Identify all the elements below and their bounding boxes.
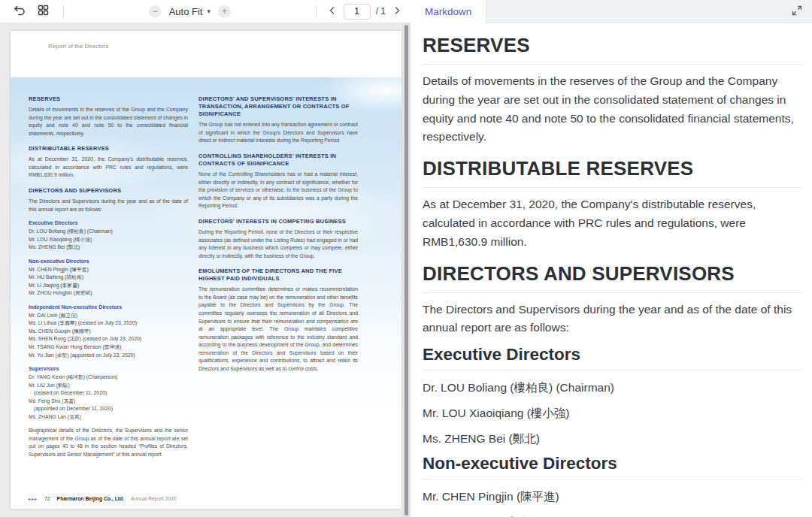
undo-back-button[interactable] bbox=[11, 3, 27, 20]
pdf-paragraph: The remuneration committee determines or… bbox=[198, 286, 358, 373]
markdown-tabbar: Markdown bbox=[411, 0, 812, 23]
zoom-controls: − Auto Fit ▾ + bbox=[149, 5, 231, 18]
pdf-section-heading: DIRECTORS AND SUPERVISORS bbox=[29, 187, 188, 195]
md-director-name: Mr. LOU Xiaoiqiang (樓小強) bbox=[423, 405, 801, 422]
pdf-paragraph: The Group has not entered into any trans… bbox=[198, 121, 358, 145]
previous-page-button[interactable] bbox=[326, 5, 338, 17]
pdf-subheading: Independent Non-executive Directors bbox=[29, 304, 188, 310]
pdf-viewer-panel: − Auto Fit ▾ + / 1 bbox=[0, 0, 411, 517]
director-name: Mr. LI Jiaqing (李家慶) bbox=[29, 282, 188, 290]
chevron-right-icon bbox=[392, 6, 401, 17]
pdf-paragraph: As at December 31, 2020, the Company's d… bbox=[29, 156, 188, 180]
markdown-content: RESERVES Details of movements in the res… bbox=[411, 23, 812, 517]
director-name: Mr. CHEN Pingjin (陳平進) bbox=[29, 266, 188, 274]
director-name: Dr. LOU Boliang (樓柏良) (Chairman) bbox=[29, 228, 188, 236]
app-window: − Auto Fit ▾ + / 1 bbox=[0, 0, 812, 517]
undo-icon bbox=[13, 4, 26, 19]
pdf-paragraph: Details of movements in the reserves of … bbox=[29, 106, 188, 138]
md-director-name: Ms. ZHENG Bei (鄭北) bbox=[423, 431, 801, 447]
footer-report-title: Annual Report 2020 bbox=[131, 496, 176, 501]
pdf-section-heading: EMOLUMENTS OF THE DIRECTORS AND THE FIVE… bbox=[198, 268, 358, 283]
md-paragraph: The Directors and Supervisors during the… bbox=[423, 301, 801, 338]
md-paragraph: Details of movements in the reserves of … bbox=[423, 72, 801, 147]
director-name: Mr. TSANG Kwan Hung Benson (曾坤浦) bbox=[29, 343, 188, 352]
director-name: Ms. SHEN Rong (沈蓉) (ceased on July 23, 2… bbox=[29, 335, 188, 343]
toolbar-divider-right bbox=[316, 5, 317, 17]
thumbnail-grid-button[interactable] bbox=[35, 3, 51, 20]
director-name: Mr. ZHOU Hongbin (周宏斌) bbox=[29, 289, 188, 298]
page-navigation: / 1 bbox=[311, 4, 403, 20]
pdf-column-left: RESERVES Details of movements in the res… bbox=[29, 95, 188, 461]
supervisor-note: (ceased on December 11, 2020) bbox=[29, 389, 188, 398]
pdf-column-right: DIRECTORS' AND SUPERVISORS' INTERESTS IN… bbox=[198, 95, 358, 461]
supervisor-name: Mr. LIU Jun (劉駿) bbox=[29, 382, 188, 390]
pdf-paragraph: Biographical details of the Directors, t… bbox=[29, 427, 188, 458]
md-director-name: Mr. CHEN Pingjin (陳平進) bbox=[423, 488, 801, 505]
md-heading-distributable-reserves: DISTRIBUTABLE RESERVES bbox=[423, 157, 801, 188]
pdf-running-header: Report of the Directors bbox=[48, 43, 108, 50]
director-name: Ms. CHEN Guoqin (陳國琴) bbox=[29, 328, 188, 336]
pdf-toolbar: − Auto Fit ▾ + / 1 bbox=[0, 0, 411, 23]
director-name: Mr. Yu Jian (余堅) (appointed on July 23, … bbox=[29, 352, 188, 360]
md-paragraph: As at December 31, 2020, the Company's d… bbox=[423, 195, 801, 251]
director-name: Ms. ZHENG Bei (鄭北) bbox=[29, 243, 188, 252]
pdf-scrollbar[interactable] bbox=[402, 23, 411, 517]
supervisor-name: Ms. ZHANG Lan (張嵐) bbox=[29, 413, 188, 422]
director-name: Mr. HU Baifeng (胡柏風) bbox=[29, 274, 188, 282]
toolbar-divider-left bbox=[63, 5, 64, 17]
page-number-input[interactable] bbox=[344, 4, 371, 20]
chevron-down-icon: ▾ bbox=[207, 8, 211, 15]
director-name: Mr. DAI Lixin (戴立信) bbox=[29, 312, 188, 320]
md-heading-non-executive-directors: Non-executive Directors bbox=[423, 454, 801, 479]
markdown-panel: Markdown RESERVES Details of movements i… bbox=[411, 0, 812, 517]
md-director-name: Mr. HU Baifeng (胡柏風) bbox=[423, 514, 801, 517]
supervisor-name: Ms. Feng Shu (馮書) bbox=[29, 398, 188, 406]
pdf-section-heading: CONTROLLING SHAREHOLDERS' INTERESTS IN C… bbox=[198, 153, 358, 168]
pdf-viewer-canvas: Report of the Directors RESERVES Details… bbox=[0, 23, 411, 517]
pdf-section-heading: DIRECTORS' AND SUPERVISORS' INTERESTS IN… bbox=[198, 95, 358, 118]
pdf-section-heading: DISTRIBUTABLE RESERVES bbox=[29, 145, 188, 153]
pdf-scrollbar-thumb[interactable] bbox=[404, 25, 408, 515]
pdf-paragraph: During the Reporting Period, none of the… bbox=[198, 228, 358, 260]
expand-button[interactable] bbox=[791, 5, 803, 19]
pdf-paragraph: None of the Controlling Shareholders has… bbox=[198, 171, 358, 210]
footer-company-name: Pharmaron Beijing Co., Ltd. bbox=[57, 496, 125, 501]
md-heading-directors-supervisors: DIRECTORS AND SUPERVISORS bbox=[423, 262, 801, 293]
zoom-mode-label: Auto Fit bbox=[169, 6, 203, 17]
pdf-columns: RESERVES Details of movements in the res… bbox=[29, 95, 368, 461]
pdf-subheading: Supervisors bbox=[29, 366, 188, 371]
footer-page-number: 72 bbox=[44, 496, 50, 501]
md-heading-executive-directors: Executive Directors bbox=[423, 345, 801, 370]
supervisor-name: Dr. YANG Kexin (楊珂新) (Chairperson) bbox=[29, 373, 188, 382]
pdf-page-footer: ▸▸▸ 72 Pharmaron Beijing Co., Ltd. Annua… bbox=[29, 496, 177, 501]
grid-icon bbox=[37, 4, 50, 19]
pdf-section-heading: RESERVES bbox=[29, 95, 188, 103]
fullscreen-expand-icon bbox=[791, 5, 803, 19]
director-name: Mr. LOU Xiaoqiang (樓小強) bbox=[29, 236, 188, 244]
md-director-name: Dr. LOU Boliang (樓柏良) (Chairman) bbox=[423, 379, 801, 396]
supervisor-note: (appointed on December 11, 2020) bbox=[29, 405, 188, 413]
zoom-in-button[interactable]: + bbox=[218, 5, 231, 18]
page-total-label: / 1 bbox=[376, 6, 386, 17]
pdf-subheading: Executive Directors bbox=[29, 220, 188, 225]
chevron-left-icon bbox=[328, 6, 337, 17]
toolbar-left-group bbox=[11, 3, 68, 20]
tab-markdown[interactable]: Markdown bbox=[411, 0, 486, 23]
pdf-section-heading: DIRECTORS' INTERESTS IN COMPETING BUSINE… bbox=[198, 218, 358, 225]
pdf-page: Report of the Directors RESERVES Details… bbox=[11, 31, 401, 509]
zoom-out-button[interactable]: − bbox=[149, 5, 162, 18]
pdf-subheading: Non-executive Directors bbox=[29, 258, 188, 264]
director-name: Ms. LI Lihua (李麗華) (ceased on July 23, 2… bbox=[29, 319, 188, 328]
next-page-button[interactable] bbox=[391, 5, 403, 17]
pdf-paragraph: The Directors and Supervisors during the… bbox=[29, 198, 188, 213]
md-heading-reserves: RESERVES bbox=[423, 34, 801, 65]
zoom-mode-dropdown[interactable]: Auto Fit ▾ bbox=[169, 6, 211, 17]
footer-arrows-icon: ▸▸▸ bbox=[29, 496, 38, 501]
